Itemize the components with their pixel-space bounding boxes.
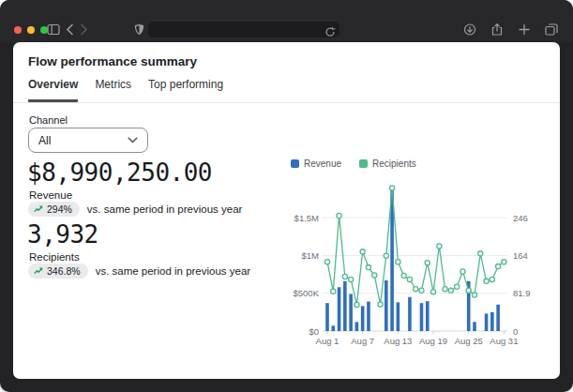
trend-up-icon — [34, 266, 43, 276]
svg-text:Aug 7: Aug 7 — [351, 336, 374, 346]
browser-window: Flow performance summary Overview Metric… — [0, 0, 573, 392]
revenue-label: Revenue — [29, 189, 72, 201]
trend-up-icon — [34, 204, 43, 214]
recipients-label: Recipients — [29, 251, 80, 263]
svg-text:$1M: $1M — [302, 250, 320, 261]
tab-overview[interactable]: Overview — [28, 78, 78, 102]
new-tab-icon[interactable] — [518, 23, 531, 36]
reload-icon[interactable] — [324, 24, 336, 36]
recipients-change-badge: 346.8% — [28, 264, 88, 279]
revenue-recipients-chart: $00$500K81.9$1M164$1.5M246Aug 1Aug 7Aug … — [281, 178, 560, 356]
tab-metrics[interactable]: Metrics — [95, 78, 131, 102]
svg-text:0: 0 — [513, 326, 518, 337]
svg-text:$500K: $500K — [294, 288, 320, 298]
browser-toolbar — [0, 0, 573, 42]
url-field[interactable] — [148, 22, 339, 38]
privacy-shield-icon[interactable] — [134, 23, 144, 36]
svg-text:$0: $0 — [309, 326, 319, 337]
tab-top-performing[interactable]: Top performing — [148, 78, 223, 102]
share-icon[interactable] — [490, 23, 504, 36]
divider — [13, 102, 560, 103]
channel-select-value: All — [38, 134, 51, 147]
svg-text:Aug 13: Aug 13 — [384, 336, 412, 346]
tab-bar: Overview Metrics Top performing — [28, 78, 223, 102]
channel-select[interactable]: All — [28, 128, 148, 153]
forward-icon[interactable] — [80, 23, 88, 36]
back-icon[interactable] — [66, 23, 74, 36]
channel-label: Channel — [29, 114, 68, 126]
svg-text:Aug 1: Aug 1 — [316, 336, 339, 346]
page-title: Flow performance summary — [28, 54, 197, 68]
svg-text:164: 164 — [513, 250, 528, 261]
svg-text:$1.5M: $1.5M — [294, 213, 319, 223]
chevron-down-icon — [128, 137, 138, 143]
recipients-value: 3,932 — [27, 220, 98, 249]
recipients-swatch — [359, 159, 368, 168]
svg-text:Aug 31: Aug 31 — [490, 336, 518, 346]
revenue-change-badge: 294% — [28, 202, 80, 217]
flow-performance-card: Flow performance summary Overview Metric… — [13, 42, 560, 379]
revenue-swatch — [291, 159, 299, 168]
recipients-comparison-text: vs. same period in previous year — [96, 265, 251, 277]
svg-text:Aug 19: Aug 19 — [419, 336, 447, 346]
svg-text:246: 246 — [513, 213, 528, 223]
minimize-window-button[interactable] — [27, 26, 35, 34]
chart-legend: Revenue Recipients — [291, 158, 416, 169]
recipients-change-value: 346.8% — [47, 265, 81, 277]
legend-item-recipients: Recipients — [359, 158, 416, 169]
sidebar-toggle-icon[interactable] — [47, 23, 60, 36]
revenue-value: $8,990,250.00 — [27, 158, 212, 187]
download-icon[interactable] — [463, 23, 476, 36]
svg-text:81.9: 81.9 — [513, 288, 531, 298]
revenue-comparison-text: vs. same period in previous year — [87, 204, 243, 215]
toolbar-actions — [463, 23, 558, 36]
svg-text:Aug 25: Aug 25 — [455, 336, 483, 346]
revenue-change-value: 294% — [47, 204, 72, 215]
legend-recipients-label: Recipients — [372, 158, 416, 169]
tab-overview-icon[interactable] — [545, 23, 558, 36]
legend-revenue-label: Revenue — [304, 158, 341, 169]
legend-item-revenue: Revenue — [291, 158, 341, 169]
close-window-button[interactable] — [14, 26, 22, 34]
recipients-comparison-row: 346.8% vs. same period in previous year — [28, 264, 250, 279]
window-controls — [14, 26, 48, 34]
revenue-comparison-row: 294% vs. same period in previous year — [28, 202, 242, 217]
